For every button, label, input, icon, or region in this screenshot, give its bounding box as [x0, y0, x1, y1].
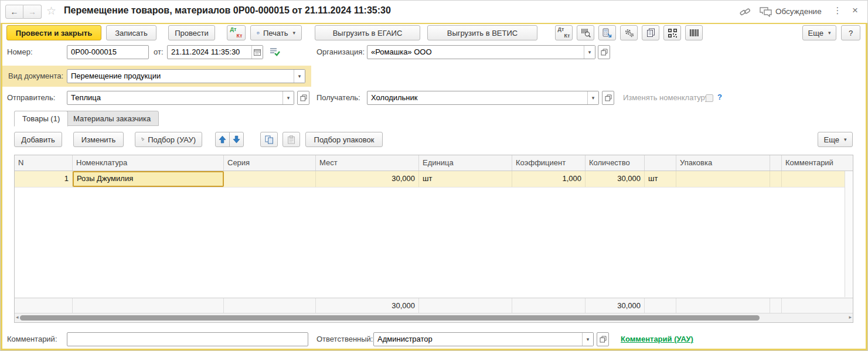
list-check-icon: [269, 47, 280, 57]
copy-link-button[interactable]: [738, 6, 752, 18]
menu-kebab-icon[interactable]: ⋮: [833, 5, 842, 16]
help-button[interactable]: ?: [841, 25, 860, 40]
organization-open-button[interactable]: [598, 45, 610, 59]
comment-value: [67, 333, 308, 346]
column-header-unit2[interactable]: [645, 155, 676, 171]
comment-uau-link[interactable]: Комментарий (УАУ): [621, 335, 693, 343]
vertical-scrollbar[interactable]: [845, 171, 853, 297]
favorites-star-icon[interactable]: ☆: [46, 4, 56, 18]
export-egais-button[interactable]: Выгрузить в ЕГАИС: [315, 25, 420, 40]
cell-nomenclature[interactable]: Розы Джумилия: [73, 171, 224, 187]
add-row-label: Добавить: [21, 135, 55, 144]
number-input[interactable]: 0Р00-000015: [67, 45, 149, 59]
column-header-comment[interactable]: Комментарий: [782, 155, 845, 171]
table-more-button[interactable]: Еще ▾: [818, 132, 853, 147]
column-header-n[interactable]: N: [15, 155, 73, 171]
receiver-input[interactable]: Холодильник ▾: [367, 91, 599, 105]
show-postings-button[interactable]: ДтКт: [227, 25, 246, 40]
column-header-package[interactable]: Упаковка: [676, 155, 770, 171]
barcode-button[interactable]: [685, 25, 703, 40]
paste-icon: [287, 135, 295, 144]
print-button[interactable]: Печать ▾: [250, 25, 302, 40]
table-empty-area[interactable]: [15, 188, 853, 298]
calendar-button[interactable]: [251, 46, 263, 59]
document-movements-button[interactable]: ДтКт: [555, 25, 573, 40]
dropdown-arrow-icon: ▾: [292, 30, 295, 36]
comment-input[interactable]: [67, 332, 308, 346]
receiver-value: Холодильник: [367, 91, 587, 104]
cell-unit2[interactable]: шт: [645, 171, 676, 187]
discussion-button[interactable]: [758, 6, 772, 18]
column-header-quantity[interactable]: Количество: [586, 155, 645, 171]
post-label: Провести: [175, 29, 209, 38]
document-kind-dropdown-button[interactable]: ▾: [294, 70, 305, 83]
export-vetis-button[interactable]: Выгрузить в ВЕТИС: [427, 25, 537, 40]
move-up-icon: [219, 135, 226, 144]
horizontal-scrollbar-thumb[interactable]: [20, 315, 760, 321]
add-row-button[interactable]: Добавить: [14, 132, 62, 147]
move-down-button[interactable]: [229, 132, 244, 147]
close-icon[interactable]: ×: [849, 5, 861, 16]
column-header-coefficient[interactable]: Коэффициент: [512, 155, 586, 171]
window-frame-bottom: [1, 349, 867, 350]
cell-quantity[interactable]: 30,000: [586, 171, 645, 187]
move-up-button[interactable]: [215, 132, 230, 147]
back-button[interactable]: ←: [5, 5, 23, 19]
data-terminal-button[interactable]: [598, 25, 616, 40]
cursor-pick-icon: [141, 135, 144, 144]
cell-coefficient[interactable]: 1,000: [512, 171, 586, 187]
cell-package[interactable]: [676, 171, 770, 187]
receiver-dropdown-button[interactable]: ▾: [587, 91, 598, 104]
responsible-input[interactable]: Администратор ▾: [373, 332, 594, 346]
paste-rows-button[interactable]: [282, 132, 300, 147]
responsible-open-button[interactable]: [597, 332, 609, 346]
copy-rows-button[interactable]: [260, 132, 278, 147]
qr-code-button[interactable]: [663, 25, 681, 40]
save-button[interactable]: Записать: [106, 25, 156, 40]
table-row[interactable]: 1 Розы Джумилия 30,000 шт 1,000 30,000 ш…: [15, 171, 853, 188]
post-button[interactable]: Провести: [168, 25, 215, 40]
attached-files-button[interactable]: [642, 25, 659, 40]
scroll-left-icon[interactable]: ◂: [16, 314, 19, 320]
responsible-label: Ответственный:: [316, 332, 373, 346]
edit-row-button[interactable]: Изменить: [73, 132, 124, 147]
document-kind-select[interactable]: Перемещение продукции ▾: [67, 69, 305, 83]
tab-customer-materials[interactable]: Материалы заказчика: [65, 111, 159, 126]
set-current-time-button[interactable]: [269, 47, 280, 59]
toolbar-more-button[interactable]: Еще ▾: [802, 25, 836, 40]
cell-comment[interactable]: [782, 171, 845, 187]
forward-button[interactable]: →: [23, 5, 42, 19]
cell-unit[interactable]: шт: [419, 171, 512, 187]
barcode-search-button[interactable]: [577, 25, 594, 40]
post-and-close-button[interactable]: Провести и закрыть: [6, 25, 101, 40]
receiver-open-button[interactable]: [602, 91, 614, 105]
tab-customer-materials-label: Материалы заказчика: [73, 114, 151, 123]
organization-dropdown-button[interactable]: ▾: [584, 46, 595, 59]
sender-label: Отправитель:: [7, 91, 55, 105]
horizontal-scrollbar[interactable]: ◂ ▸: [15, 313, 853, 322]
discussion-label[interactable]: Обсуждение: [775, 7, 822, 16]
pick-packs-button[interactable]: Подбор упаковок: [305, 132, 383, 147]
column-header-unit[interactable]: Единица: [419, 155, 512, 171]
page-title: Перемещение товаров, материалов 0Р00-000…: [64, 5, 391, 16]
dtkt-postings-icon: ДтКт: [230, 27, 243, 39]
column-header-places[interactable]: Мест: [316, 155, 419, 171]
dropdown-arrow-icon: ▾: [828, 30, 831, 36]
sender-input[interactable]: Теплица ▾: [67, 91, 294, 105]
organization-input[interactable]: «Ромашка» ООО ▾: [367, 45, 595, 59]
cell-series[interactable]: [224, 171, 316, 187]
pick-uau-button[interactable]: Подбор (УАУ): [135, 132, 202, 147]
date-input[interactable]: 21.11.2024 11:35:30: [167, 45, 263, 59]
cell-places[interactable]: 30,000: [316, 171, 419, 187]
column-header-nomenclature[interactable]: Номенклатура: [73, 155, 224, 171]
column-header-series[interactable]: Серия: [224, 155, 316, 171]
sender-dropdown-button[interactable]: ▾: [282, 91, 294, 104]
service-settings-button[interactable]: [620, 25, 638, 40]
sender-open-button[interactable]: [297, 91, 309, 105]
cell-n[interactable]: 1: [15, 171, 73, 187]
change-nomenclature-checkbox[interactable]: [706, 94, 713, 102]
change-nomenclature-help[interactable]: ?: [717, 93, 722, 101]
tab-goods[interactable]: Товары (1): [14, 111, 68, 127]
scroll-right-icon[interactable]: ▸: [849, 314, 852, 320]
responsible-dropdown-button[interactable]: ▾: [582, 333, 593, 346]
